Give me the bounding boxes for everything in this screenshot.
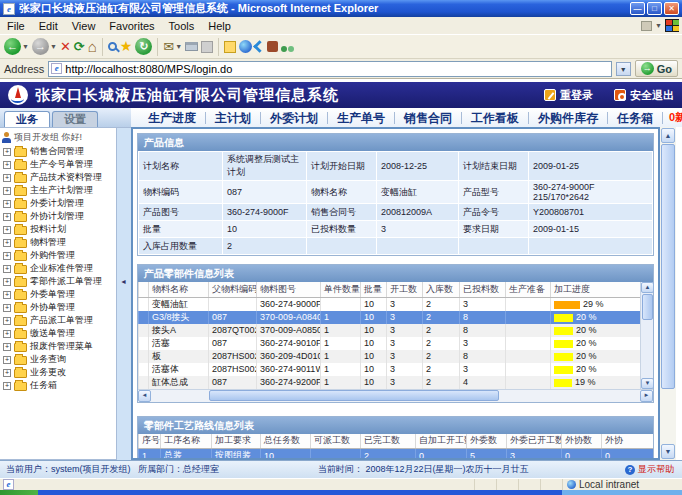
column-header[interactable]: 自加工开工数 <box>416 434 467 449</box>
sidebar-item-1[interactable]: +生产令号单管理 <box>0 158 116 171</box>
table-row[interactable]: 1总装按图组装10205300 <box>139 449 654 461</box>
table-row[interactable]: 变幅油缸360-274-9000F1032329 % <box>139 297 641 311</box>
column-header[interactable]: 已完工数 <box>361 434 416 449</box>
chevron-down-icon[interactable]: ▼ <box>655 22 662 29</box>
scroll-down-icon[interactable]: ▼ <box>661 444 675 459</box>
sidebar-item-3[interactable]: +主生产计划管理 <box>0 184 116 197</box>
sidebar-item-16[interactable]: +业务查询 <box>0 353 116 366</box>
refresh-button[interactable]: ⟳ <box>74 38 85 55</box>
column-header[interactable]: 父物料编码 <box>209 282 257 297</box>
address-field[interactable]: e <box>48 61 611 77</box>
nav-item-7[interactable]: 任务箱 <box>608 112 663 124</box>
column-header[interactable]: 外委已开工数 <box>507 434 562 449</box>
media-button[interactable] <box>267 41 278 52</box>
column-header[interactable]: 加工进度 <box>551 282 641 297</box>
sidebar-scrollbar[interactable]: ◄ <box>117 127 131 460</box>
nav-item-5[interactable]: 工作看板 <box>462 112 529 124</box>
menu-favorites[interactable]: Favorites <box>102 19 161 33</box>
menu-file[interactable]: File <box>0 19 32 33</box>
scroll-down-icon[interactable]: ▼ <box>641 378 654 389</box>
search-button[interactable] <box>108 42 117 51</box>
menu-view[interactable]: View <box>65 19 103 33</box>
edit-button[interactable] <box>201 41 213 53</box>
column-header[interactable]: 总任务数 <box>261 434 311 449</box>
expand-icon[interactable]: + <box>3 161 11 169</box>
contacts-button[interactable] <box>281 41 294 52</box>
expand-icon[interactable]: + <box>3 187 11 195</box>
scroll-up-icon[interactable]: ▲ <box>661 128 675 143</box>
start-button[interactable] <box>0 490 38 495</box>
stop-button[interactable]: ✕ <box>60 38 71 55</box>
table-row[interactable]: G3/8接头087370-009-A084011032820 % <box>139 311 641 324</box>
column-header[interactable]: 物料名称 <box>149 282 209 297</box>
expand-icon[interactable]: + <box>3 174 11 182</box>
sidebar-item-14[interactable]: +缴送单管理 <box>0 327 116 340</box>
messenger-button[interactable] <box>255 42 264 51</box>
back-button[interactable]: ←▼ <box>4 38 29 55</box>
sidebar-item-4[interactable]: +外委计划管理 <box>0 197 116 210</box>
sidebar-item-9[interactable]: +企业标准件管理 <box>0 262 116 275</box>
column-header[interactable]: 加工要求 <box>212 434 261 449</box>
print-button[interactable] <box>185 42 198 51</box>
column-header[interactable]: 批量 <box>361 282 387 297</box>
column-header[interactable]: 单件数量 <box>321 282 361 297</box>
sidebar-item-17[interactable]: +业务更改 <box>0 366 116 379</box>
minimize-button[interactable]: — <box>630 2 645 15</box>
favorites-button[interactable]: ★ <box>120 38 133 55</box>
column-header[interactable]: 外协数 <box>562 434 602 449</box>
nav-item-0[interactable]: 生产进度 <box>139 112 206 124</box>
parts-vertical-scrollbar[interactable]: ▲ ▼ <box>640 282 653 389</box>
expand-icon[interactable]: + <box>3 356 11 364</box>
expand-icon[interactable]: + <box>3 369 11 377</box>
expand-icon[interactable]: + <box>3 148 11 156</box>
parts-horizontal-scrollbar[interactable]: ◄ ► <box>138 389 653 402</box>
table-row[interactable]: 板2087HS002360-209-4D01011032820 % <box>139 350 641 363</box>
sidebar-item-11[interactable]: +外委单管理 <box>0 288 116 301</box>
sidebar-item-7[interactable]: +物料管理 <box>0 236 116 249</box>
tab-设置[interactable]: 设置 <box>52 111 98 127</box>
column-header[interactable]: 外委数 <box>467 434 507 449</box>
history-button[interactable]: ↻ <box>135 38 152 55</box>
expand-icon[interactable]: + <box>3 239 11 247</box>
expand-icon[interactable]: + <box>3 317 11 325</box>
nav-item-4[interactable]: 销售合同 <box>395 112 462 124</box>
sidebar-item-5[interactable]: +外协计划管理 <box>0 210 116 223</box>
close-button[interactable]: ✕ <box>664 2 679 15</box>
picture-icon[interactable] <box>641 21 652 31</box>
column-header[interactable]: 外协 <box>602 434 654 449</box>
nav-item-3[interactable]: 生产单号 <box>328 112 395 124</box>
sidebar-item-6[interactable]: +投料计划 <box>0 223 116 236</box>
expand-icon[interactable]: + <box>3 278 11 286</box>
sidebar-item-10[interactable]: +零部件派工单管理 <box>0 275 116 288</box>
internet-button[interactable] <box>239 40 252 53</box>
column-header[interactable]: 工序名称 <box>161 434 212 449</box>
menu-tools[interactable]: Tools <box>162 19 202 33</box>
show-help-link[interactable]: ? 显示帮助 <box>625 463 674 476</box>
menu-edit[interactable]: Edit <box>32 19 65 33</box>
scroll-up-icon[interactable]: ▲ <box>641 282 654 293</box>
expand-icon[interactable]: + <box>3 304 11 312</box>
expand-icon[interactable]: + <box>3 330 11 338</box>
column-header[interactable]: 开工数 <box>387 282 423 297</box>
expand-icon[interactable]: + <box>3 291 11 299</box>
address-dropdown[interactable]: ▼ <box>616 62 631 76</box>
column-header[interactable]: 序号 <box>139 434 161 449</box>
tab-业务[interactable]: 业务 <box>4 111 50 127</box>
column-header[interactable]: 入库数 <box>423 282 460 297</box>
mail-button[interactable]: ✉▼ <box>163 38 182 55</box>
sidebar-item-15[interactable]: +报废件管理菜单 <box>0 340 116 353</box>
scrollbar-thumb[interactable] <box>661 144 675 389</box>
scrollbar-thumb[interactable] <box>209 390 499 401</box>
main-vertical-scrollbar[interactable]: ▲ ▼ <box>660 127 676 460</box>
address-input[interactable] <box>65 63 608 75</box>
windows-taskbar[interactable] <box>0 490 682 495</box>
home-button[interactable]: ⌂ <box>88 38 97 55</box>
maximize-button[interactable]: □ <box>647 2 662 15</box>
table-row[interactable]: 活塞体2087HS002360-274-9011W11032320 % <box>139 363 641 376</box>
column-header[interactable]: 可派工数 <box>311 434 361 449</box>
menu-help[interactable]: Help <box>201 19 238 33</box>
sidebar-item-8[interactable]: +外购件管理 <box>0 249 116 262</box>
sidebar-item-0[interactable]: +销售合同管理 <box>0 145 116 158</box>
logout-button[interactable]: 安全退出 <box>614 88 674 103</box>
expand-icon[interactable]: + <box>3 343 11 351</box>
